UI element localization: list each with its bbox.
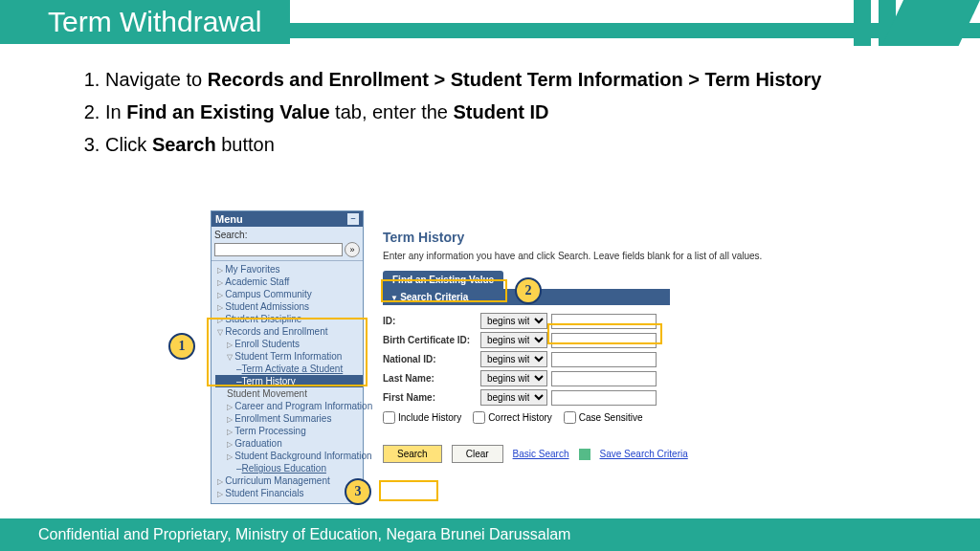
label-firstname: First Name: xyxy=(383,392,477,403)
minimize-icon[interactable]: – xyxy=(347,213,359,225)
nav-student-term-info[interactable]: Student Term Information xyxy=(215,350,363,363)
nav-term-activate[interactable]: Term Activate a Student xyxy=(215,363,363,375)
nav-menu-panel: Menu – Search: » My Favorites Academic S… xyxy=(211,210,364,504)
page-hint: Enter any information you have and click… xyxy=(383,251,762,261)
highlight-3 xyxy=(379,480,438,501)
nav-student-movement[interactable]: Student Movement xyxy=(215,387,363,400)
nav-term-processing[interactable]: Term Processing xyxy=(215,425,363,437)
tab-find-existing[interactable]: Find an Existing Value xyxy=(383,271,503,289)
save-icon xyxy=(579,449,590,460)
nav-student-admissions[interactable]: Student Admissions xyxy=(215,300,363,313)
menu-search-input[interactable] xyxy=(214,243,343,256)
slide-header: Term Withdrawal xyxy=(0,0,980,46)
op-national[interactable]: begins with xyxy=(480,351,547,367)
callout-2: 2 xyxy=(515,277,542,304)
nav-enroll-students[interactable]: Enroll Students xyxy=(215,338,363,350)
step-2: In Find an Existing Value tab, enter the… xyxy=(105,98,913,126)
menu-search: Search: » xyxy=(212,227,363,261)
nav-student-financials[interactable]: Student Financials xyxy=(215,487,363,499)
search-go-icon[interactable]: » xyxy=(345,242,360,257)
nav-student-discipline[interactable]: Student Discipline xyxy=(215,313,363,325)
page-title: Term History xyxy=(383,230,762,245)
check-include-history[interactable]: Include History xyxy=(383,411,461,424)
nav-career-program[interactable]: Career and Program Information xyxy=(215,400,363,412)
slide-footer: Confidential and Proprietary, Ministry o… xyxy=(0,518,980,551)
nav-campus-community[interactable]: Campus Community xyxy=(215,288,363,300)
menu-title: Menu xyxy=(215,213,243,225)
instruction-steps: Navigate to Records and Enrollment > Stu… xyxy=(67,65,913,159)
check-correct-history[interactable]: Correct History xyxy=(473,411,552,424)
input-national[interactable] xyxy=(551,352,657,367)
nav-academic-staff[interactable]: Academic Staff xyxy=(215,276,363,288)
main-panel: Term History Enter any information you h… xyxy=(383,230,762,463)
op-birth[interactable]: begins with xyxy=(480,332,547,348)
op-id[interactable]: begins with xyxy=(480,313,547,329)
clear-button[interactable]: Clear xyxy=(452,445,503,463)
label-national: National ID: xyxy=(383,354,477,364)
nav-enrollment-summaries[interactable]: Enrollment Summaries xyxy=(215,412,363,425)
callout-3: 3 xyxy=(345,478,371,505)
app-screenshot: Menu – Search: » My Favorites Academic S… xyxy=(211,210,842,517)
search-label: Search: xyxy=(214,230,360,240)
menu-header: Menu – xyxy=(212,211,363,227)
label-id: ID: xyxy=(383,316,477,326)
label-birth: Birth Certificate ID: xyxy=(383,335,477,345)
tab-row: Find an Existing Value xyxy=(383,271,762,289)
header-decoration xyxy=(846,0,980,46)
nav-term-history[interactable]: Term History xyxy=(215,375,363,387)
input-firstname[interactable] xyxy=(551,390,657,406)
nav-graduation[interactable]: Graduation xyxy=(215,437,363,450)
basic-search-link[interactable]: Basic Search xyxy=(513,449,569,459)
check-case-sensitive[interactable]: Case Sensitive xyxy=(564,411,643,424)
slide-title: Term Withdrawal xyxy=(0,0,290,44)
op-lastname[interactable]: begins with xyxy=(480,370,547,386)
label-lastname: Last Name: xyxy=(383,373,477,384)
callout-1: 1 xyxy=(168,333,195,360)
step-3: Click Search button xyxy=(105,130,913,159)
nav-student-background[interactable]: Student Background Information xyxy=(215,450,363,462)
nav-curriculum-mgmt[interactable]: Curriculum Management xyxy=(215,474,363,487)
input-id[interactable] xyxy=(551,314,657,329)
op-firstname[interactable]: begins with xyxy=(480,389,547,406)
nav-my-favorites[interactable]: My Favorites xyxy=(215,263,363,276)
input-lastname[interactable] xyxy=(551,371,657,386)
nav-tree: My Favorites Academic Staff Campus Commu… xyxy=(212,261,363,503)
search-button[interactable]: Search xyxy=(383,445,442,463)
step-1: Navigate to Records and Enrollment > Stu… xyxy=(105,65,913,94)
save-criteria-link[interactable]: Save Search Criteria xyxy=(600,449,688,459)
nav-records-enrollment[interactable]: Records and Enrollment xyxy=(215,325,363,338)
nav-religious-education[interactable]: Religious Education xyxy=(215,462,363,474)
input-birth[interactable] xyxy=(551,333,657,348)
search-criteria-body: ID:begins with Birth Certificate ID:begi… xyxy=(383,305,670,431)
